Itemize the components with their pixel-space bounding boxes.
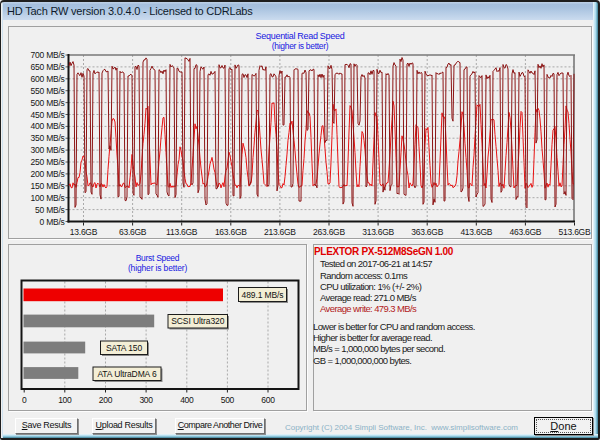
svg-text:400: 400 <box>180 395 194 405</box>
svg-text:300: 300 <box>139 395 153 405</box>
svg-text:550 MB/s: 550 MB/s <box>31 86 65 96</box>
svg-text:SATA 150: SATA 150 <box>106 343 143 353</box>
svg-text:500 MB/s: 500 MB/s <box>31 98 65 108</box>
svg-text:500: 500 <box>221 395 235 405</box>
svg-text:150 MB/s: 150 MB/s <box>31 181 65 191</box>
svg-text:Sequential Read Speed: Sequential Read Speed <box>256 31 345 41</box>
svg-text:363.6GB: 363.6GB <box>411 227 443 237</box>
svg-text:13.6GB: 13.6GB <box>70 227 98 237</box>
svg-text:463.6GB: 463.6GB <box>509 227 541 237</box>
svg-text:50 MB/s: 50 MB/s <box>35 205 64 215</box>
svg-text:413.6GB: 413.6GB <box>460 227 492 237</box>
svg-text:400 MB/s: 400 MB/s <box>31 121 65 131</box>
svg-text:600 MB/s: 600 MB/s <box>31 74 65 84</box>
svg-text:213.6GB: 213.6GB <box>264 227 296 237</box>
svg-text:100: 100 <box>58 395 72 405</box>
svg-text:100 MB/s: 100 MB/s <box>31 193 65 203</box>
svg-text:113.6GB: 113.6GB <box>166 227 198 237</box>
svg-text:450 MB/s: 450 MB/s <box>31 110 65 120</box>
svg-text:(higher is better): (higher is better) <box>128 263 188 273</box>
svg-text:(higher is better): (higher is better) <box>272 41 329 51</box>
svg-text:650 MB/s: 650 MB/s <box>31 62 65 72</box>
svg-text:300 MB/s: 300 MB/s <box>31 145 65 155</box>
svg-text:163.6GB: 163.6GB <box>215 227 247 237</box>
svg-text:200 MB/s: 200 MB/s <box>31 169 65 179</box>
svg-text:63.6GB: 63.6GB <box>119 227 147 237</box>
svg-text:250 MB/s: 250 MB/s <box>31 157 65 167</box>
svg-text:ATA UltraDMA 6: ATA UltraDMA 6 <box>97 369 157 379</box>
svg-text:Burst Speed: Burst Speed <box>136 253 180 263</box>
svg-text:SCSI Ultra320: SCSI Ultra320 <box>171 316 224 326</box>
svg-text:600: 600 <box>261 395 275 405</box>
svg-text:200: 200 <box>99 395 113 405</box>
svg-text:263.6GB: 263.6GB <box>313 227 345 237</box>
svg-text:700 MB/s: 700 MB/s <box>31 50 65 60</box>
svg-text:513.6GB: 513.6GB <box>559 227 591 237</box>
svg-text:350 MB/s: 350 MB/s <box>31 133 65 143</box>
svg-text:0 MB/s: 0 MB/s <box>40 217 65 227</box>
svg-text:313.6GB: 313.6GB <box>362 227 394 237</box>
svg-text:489.1 MB/s: 489.1 MB/s <box>242 290 284 300</box>
svg-text:0: 0 <box>22 395 27 405</box>
